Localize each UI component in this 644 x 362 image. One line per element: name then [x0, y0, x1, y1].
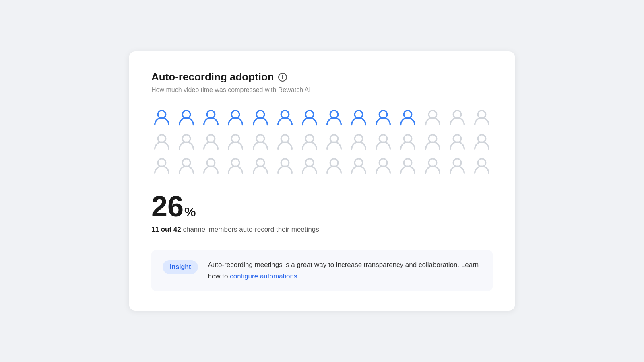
person-icon — [250, 131, 271, 152]
person-icon — [447, 107, 468, 128]
svg-point-28 — [158, 159, 166, 167]
svg-point-41 — [478, 159, 486, 167]
person-icon — [225, 107, 246, 128]
person-icon — [422, 155, 443, 176]
svg-point-7 — [330, 111, 338, 119]
svg-point-34 — [305, 159, 314, 167]
svg-point-5 — [281, 111, 289, 119]
svg-point-2 — [207, 111, 215, 119]
card-header: Auto-recording adoption i How much video… — [151, 71, 493, 94]
person-icon — [275, 107, 295, 128]
svg-point-32 — [256, 159, 264, 167]
person-icon — [373, 107, 394, 128]
person-icon — [447, 131, 468, 152]
person-icon — [250, 107, 271, 128]
svg-point-20 — [305, 135, 314, 143]
person-icon — [176, 107, 197, 128]
person-icon — [422, 131, 443, 152]
svg-point-17 — [232, 135, 240, 143]
svg-point-22 — [355, 135, 363, 143]
svg-point-35 — [330, 159, 338, 167]
person-icon — [250, 155, 271, 176]
svg-point-15 — [182, 135, 190, 143]
svg-point-23 — [380, 135, 388, 143]
svg-point-4 — [256, 111, 264, 119]
svg-point-40 — [453, 159, 461, 167]
info-icon[interactable]: i — [278, 73, 287, 82]
person-icon — [151, 131, 172, 152]
percentage-symbol: % — [184, 205, 196, 220]
person-icon — [200, 155, 221, 176]
svg-point-36 — [355, 159, 363, 167]
svg-point-1 — [182, 111, 190, 119]
person-icon — [422, 107, 443, 128]
person-icon — [471, 107, 492, 128]
person-icon — [373, 131, 394, 152]
person-icon — [397, 107, 418, 128]
svg-point-0 — [158, 111, 166, 119]
svg-point-6 — [305, 111, 314, 119]
svg-point-19 — [281, 135, 289, 143]
svg-point-24 — [404, 135, 412, 143]
configure-automations-link[interactable]: configure automations — [230, 272, 297, 280]
percentage-row: 26 % — [151, 192, 493, 221]
svg-point-10 — [404, 111, 412, 119]
person-icon — [200, 107, 221, 128]
person-icon — [471, 155, 492, 176]
person-icon — [348, 155, 369, 176]
svg-point-31 — [232, 159, 240, 167]
person-icon — [299, 131, 320, 152]
person-icon — [200, 131, 221, 152]
person-icon — [151, 107, 172, 128]
info-icon-symbol: i — [282, 74, 283, 80]
svg-point-14 — [158, 135, 166, 143]
svg-point-11 — [429, 111, 437, 119]
person-icon — [447, 155, 468, 176]
person-grid — [151, 107, 493, 176]
stat-bold: 11 out 42 — [151, 226, 181, 233]
person-icon — [275, 155, 295, 176]
adoption-card: Auto-recording adoption i How much video… — [129, 51, 515, 310]
person-icon — [151, 155, 172, 176]
person-icon — [471, 131, 492, 152]
stat-section: 26 % 11 out 42 channel members auto-reco… — [151, 192, 493, 234]
person-icon — [176, 155, 197, 176]
insight-text: Auto-recording meetings is a great way t… — [208, 259, 481, 281]
svg-point-13 — [478, 111, 486, 119]
person-icon — [397, 131, 418, 152]
svg-point-29 — [182, 159, 190, 167]
svg-point-12 — [453, 111, 461, 119]
person-icon — [324, 107, 345, 128]
svg-point-3 — [232, 111, 240, 119]
person-icon — [324, 131, 345, 152]
title-row: Auto-recording adoption i — [151, 71, 493, 83]
svg-point-25 — [429, 135, 437, 143]
person-icon — [275, 131, 295, 152]
person-icon — [299, 107, 320, 128]
person-icon — [348, 107, 369, 128]
svg-point-39 — [429, 159, 437, 167]
svg-point-37 — [380, 159, 388, 167]
person-icon — [397, 155, 418, 176]
svg-point-30 — [207, 159, 215, 167]
card-title: Auto-recording adoption — [151, 71, 274, 83]
insight-badge: Insight — [163, 260, 198, 274]
svg-point-16 — [207, 135, 215, 143]
card-subtitle: How much video time was compressed with … — [151, 86, 493, 94]
svg-point-18 — [256, 135, 264, 143]
svg-point-26 — [453, 135, 461, 143]
svg-point-21 — [330, 135, 338, 143]
stat-description: 11 out 42 channel members auto-record th… — [151, 226, 493, 234]
svg-point-8 — [355, 111, 363, 119]
person-icon — [176, 131, 197, 152]
person-icon — [225, 155, 246, 176]
percentage-number: 26 — [151, 192, 184, 221]
svg-point-27 — [478, 135, 486, 143]
insight-section: Insight Auto-recording meetings is a gre… — [151, 250, 493, 291]
person-icon — [373, 155, 394, 176]
stat-regular: channel members auto-record their meetin… — [181, 226, 319, 233]
person-icon — [225, 131, 246, 152]
person-icon — [324, 155, 345, 176]
svg-point-9 — [380, 111, 388, 119]
person-icon — [299, 155, 320, 176]
